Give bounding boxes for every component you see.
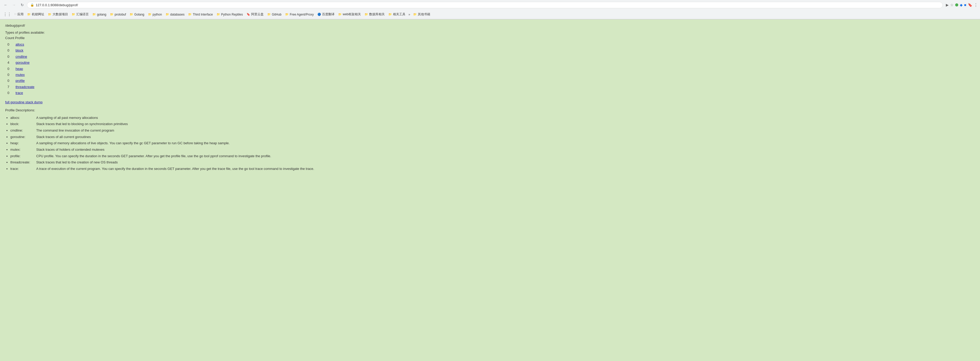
bookmark-label: 相关工具 (393, 12, 406, 17)
bookmark-tools[interactable]: 📁 相关工具 (387, 12, 407, 17)
bookmark-item-5[interactable]: 📁 Golang (128, 12, 146, 17)
bookmark-third-interface[interactable]: 📁 Third Interface (186, 12, 214, 17)
browser-chrome: ← → ↻ 🔒 127.0.0.1:8088/debug/pprof/ ▶ ☆ … (0, 0, 980, 19)
bookmarks-bar: ⋮⋮ ∷ 应用 📁 机锁网址 📁 大数据项目 📁 汇编语言 📁 golang 📁… (0, 10, 980, 19)
bookmark-label: web框架相关 (343, 12, 361, 17)
profile-count: 0 (5, 90, 9, 96)
star-icon[interactable]: ☆ (950, 3, 954, 7)
extension-icon-2: ■ (964, 3, 966, 7)
apps-icon[interactable]: ⋮⋮ (2, 11, 13, 18)
bookmark-baidu-translate[interactable]: 🔵 百度翻译 (316, 12, 336, 17)
bookmark-apps[interactable]: ∷ 应用 (13, 12, 25, 17)
nav-bar: ← → ↻ 🔒 127.0.0.1:8088/debug/pprof/ ▶ ☆ … (0, 0, 980, 10)
bookmark-label: python (153, 13, 162, 16)
extension-icon-1: ◆ (960, 3, 963, 7)
profile-link[interactable]: block (16, 47, 23, 53)
bookmark-label: databases (170, 13, 185, 16)
goroutine-stack-link[interactable]: full goroutine stack dump (5, 100, 975, 104)
desc-item-name: allocs: (10, 115, 36, 121)
desc-item-name: heap: (10, 140, 36, 147)
profile-link[interactable]: cmdline (16, 54, 27, 59)
reload-button[interactable]: ↻ (19, 1, 26, 8)
screen-cast-icon: ▶ (946, 3, 949, 7)
profile-count: 0 (5, 66, 9, 72)
more-icon[interactable]: ⋮ (974, 3, 978, 8)
back-button[interactable]: ← (2, 1, 9, 8)
desc-item: profile: CPU profile. You can specify th… (10, 153, 975, 160)
profile-row: 0block (5, 47, 975, 53)
bookmark-web-framework[interactable]: 📁 web框架相关 (337, 12, 363, 17)
bookmark-item-7[interactable]: 📁 databases (164, 12, 186, 17)
bookmark-item-1[interactable]: 📁 大数据项目 (46, 12, 70, 17)
bookmark-proxy[interactable]: 📁 Free Agent/Proxy (283, 12, 315, 17)
profile-table: 0allocs0block0cmdline4goroutine0heap0mut… (5, 42, 975, 96)
lock-icon: 🔒 (30, 3, 34, 7)
bookmark-label: 机锁网址 (32, 12, 44, 17)
extension-icon-3: 🔖 (968, 3, 972, 7)
bookmark-label: Golang (134, 13, 144, 16)
bookmark-item-3[interactable]: 📁 golang (91, 12, 108, 17)
profile-row: 0trace (5, 90, 975, 96)
bookmark-item-2[interactable]: 📁 汇编语言 (70, 12, 90, 17)
profile-count: 0 (5, 54, 9, 59)
desc-item-name: cmdline: (10, 128, 36, 134)
desc-item: heap: A sampling of memory allocations o… (10, 140, 975, 147)
status-indicator (955, 3, 958, 6)
desc-item-name: threadcreate: (10, 159, 36, 166)
bookmark-other-books[interactable]: 📁 其他书籍 (412, 12, 432, 17)
desc-item-name: goroutine: (10, 134, 36, 141)
bookmark-label: 汇编语言 (76, 12, 89, 17)
page-path: /debug/pprof/ (5, 24, 975, 27)
profile-row: 7threadcreate (5, 84, 975, 90)
bookmark-label: 阿里云盘 (251, 12, 264, 17)
bookmark-label: golang (97, 13, 106, 16)
profile-count: 7 (5, 84, 9, 90)
page-content: /debug/pprof/ Types of profiles availabl… (0, 19, 980, 357)
profile-row: 0allocs (5, 42, 975, 47)
profile-link[interactable]: mutex (16, 72, 25, 78)
bookmark-aliyun[interactable]: 🔖 阿里云盘 (245, 12, 265, 17)
bookmark-label: Third Interface (193, 13, 213, 16)
desc-item-name: block: (10, 121, 36, 128)
bookmark-item-4[interactable]: 📁 protobuf (108, 12, 127, 17)
bookmark-label: 应用 (18, 12, 24, 17)
bookmark-label: 数据库相关 (369, 12, 385, 17)
profile-link[interactable]: heap (16, 66, 23, 72)
profile-count: 0 (5, 47, 9, 53)
bookmark-label: 其他书籍 (418, 12, 430, 17)
bookmark-label: Python Reptiles (221, 13, 243, 16)
profile-count: 4 (5, 59, 9, 65)
profile-link[interactable]: profile (16, 78, 25, 84)
profile-count: 0 (5, 42, 9, 47)
desc-item-name: trace: (10, 166, 36, 172)
profile-row: 0heap (5, 66, 975, 72)
bookmark-label: Free Agent/Proxy (290, 13, 314, 16)
types-title: Types of profiles available: (5, 30, 975, 34)
desc-item: mutex: Stack traces of holders of conten… (10, 147, 975, 153)
bookmarks-overflow: » (407, 13, 411, 16)
bookmark-label: protobuf (115, 13, 126, 16)
desc-list: allocs: A sampling of all past memory al… (5, 115, 975, 172)
bookmark-item-6[interactable]: 📁 python (146, 12, 164, 17)
profile-row: 0profile (5, 78, 975, 84)
desc-item: threadcreate: Stack traces that led to t… (10, 159, 975, 166)
bookmark-github[interactable]: 📁 GitHub (266, 12, 283, 17)
profile-count: 0 (5, 72, 9, 78)
col-header: Count Profile (5, 36, 975, 40)
profile-link[interactable]: allocs (16, 42, 24, 47)
bookmark-item-0[interactable]: 📁 机锁网址 (25, 12, 46, 17)
forward-button[interactable]: → (10, 1, 18, 8)
address-bar[interactable]: 🔒 127.0.0.1:8088/debug/pprof/ (27, 2, 943, 8)
profile-row: 4goroutine (5, 59, 975, 65)
profile-link[interactable]: goroutine (16, 59, 30, 65)
profile-link[interactable]: threadcreate (16, 84, 34, 90)
bookmark-python-reptiles[interactable]: 📁 Python Reptiles (215, 12, 245, 17)
desc-item-name: mutex: (10, 147, 36, 153)
bookmark-label: GitHub (272, 13, 282, 16)
desc-item: allocs: A sampling of all past memory al… (10, 115, 975, 121)
profile-row: 0mutex (5, 72, 975, 78)
bookmark-label: 百度翻译 (322, 12, 334, 17)
url-text: 127.0.0.1:8088/debug/pprof/ (36, 3, 939, 7)
profile-link[interactable]: trace (16, 90, 23, 96)
bookmark-database[interactable]: 📁 数据库相关 (363, 12, 386, 17)
